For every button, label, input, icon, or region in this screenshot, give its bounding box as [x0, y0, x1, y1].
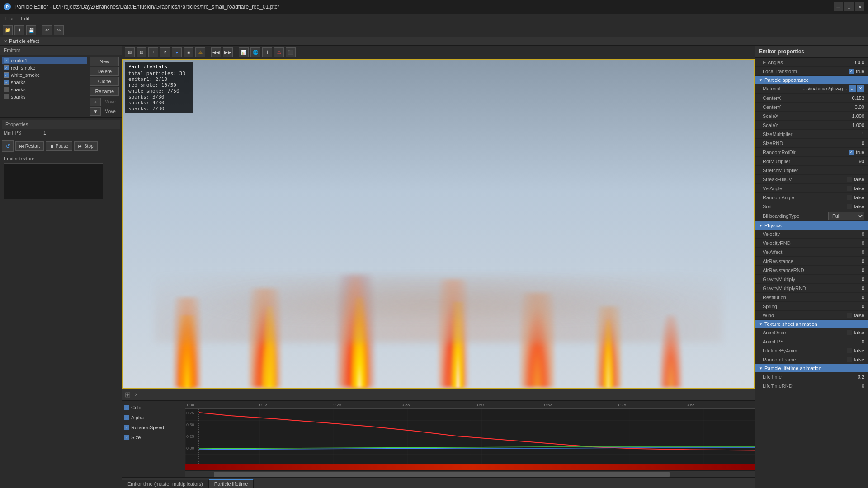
refresh-button[interactable]: ↺	[2, 140, 14, 152]
timeline-canvas[interactable]: 1.00 0.13 0.25 0.38 0.50 0.63 0.75 0.88	[185, 401, 755, 477]
timeline-scrollbar[interactable]	[185, 471, 755, 477]
delete-button[interactable]: Delete	[90, 67, 119, 76]
emitor-row-0[interactable]: ✓ emitor1	[2, 57, 87, 64]
grid-icon[interactable]: ⊞	[125, 390, 131, 399]
randomangle-checkbox[interactable]	[847, 195, 852, 200]
animonce-value: false	[854, 330, 864, 335]
physics-header[interactable]: ▼ Physics	[755, 221, 868, 230]
new-button[interactable]: New	[90, 57, 119, 66]
texture-sheet-header[interactable]: ▼ Texture sheet animation	[755, 320, 868, 328]
restitution-row: Restitution 0	[755, 293, 868, 302]
emitor-checkbox-5[interactable]	[4, 94, 9, 99]
restitution-value: 0	[837, 295, 864, 300]
emitor-row-2[interactable]: ✓ white_smoke	[2, 71, 87, 79]
viewport-btn-square[interactable]: ■	[184, 47, 193, 57]
scrollbar-thumb[interactable]	[214, 472, 670, 477]
randomrotdir-checkbox[interactable]: ✓	[849, 150, 854, 155]
move-down-button[interactable]: ▼	[90, 107, 101, 116]
emitor-row-4[interactable]: sparks	[2, 86, 87, 93]
physics-arrow: ▼	[759, 224, 763, 228]
sizernd-label: SizeRND	[763, 141, 837, 146]
timeline-scrollbar-red[interactable]	[185, 464, 755, 470]
viewport-btn-stop2[interactable]: ⬛	[286, 47, 296, 57]
lifetimebyanim-checkbox[interactable]	[847, 348, 852, 353]
billboardingtype-select[interactable]: Full	[828, 212, 864, 220]
velaffect-value: 0	[837, 249, 864, 255]
emitor-row-3[interactable]: ✓ sparks	[2, 79, 87, 86]
emitor-checkbox-0[interactable]: ✓	[4, 58, 9, 63]
track-alpha-checkbox[interactable]: ✓	[124, 415, 129, 420]
wind-checkbox[interactable]	[847, 313, 852, 318]
menu-edit[interactable]: Edit	[17, 15, 33, 22]
toolbar-btn-redo[interactable]: ↪	[54, 25, 64, 35]
particle-appearance-header[interactable]: ▼ Particle appearance	[755, 76, 868, 84]
toolbar-btn-folder[interactable]: 📁	[3, 25, 13, 35]
sort-checkbox[interactable]	[847, 204, 852, 209]
velangle-checkbox[interactable]	[847, 186, 852, 191]
rotmultiplier-value: 90	[837, 159, 864, 164]
localtransform-checkbox[interactable]: ✓	[849, 69, 854, 74]
viewport-btn-warning[interactable]: ⚠	[195, 47, 205, 57]
close-panel-icon[interactable]: ✕	[134, 392, 138, 397]
viewport-btn-chart[interactable]: 📊	[239, 47, 249, 57]
toolbar-btn-save[interactable]: 💾	[26, 25, 36, 35]
emitor-row-5[interactable]: sparks	[2, 93, 87, 100]
toolbar-btn-undo[interactable]: ↩	[42, 25, 52, 35]
stop-button[interactable]: ⏭ Stop	[74, 141, 97, 151]
viewport-btn-grid4[interactable]: ⊟	[137, 47, 146, 57]
velocityrnd-row: VelocityRND 0	[755, 239, 868, 248]
viewport-btn-grid2[interactable]: ⊞	[125, 47, 135, 57]
track-color-checkbox[interactable]: ✓	[124, 405, 129, 410]
track-color-label: Color	[131, 405, 143, 410]
viewport-btn-circle[interactable]: ●	[172, 47, 182, 57]
material-clear-button[interactable]: ✕	[857, 85, 864, 92]
randomframe-checkbox[interactable]	[847, 357, 852, 362]
minimize-button[interactable]: ─	[834, 2, 843, 11]
move-up-button[interactable]: ▲	[90, 98, 101, 106]
track-size: ✓ Size	[124, 432, 183, 442]
restart-button[interactable]: ⏮ Restart	[15, 141, 44, 151]
maximize-button[interactable]: □	[844, 2, 854, 11]
airresistancernd-value: 0	[837, 267, 864, 273]
viewport-btn-prev[interactable]: ◀◀	[211, 47, 221, 57]
lifetime-row: LifeTime 0.2	[755, 372, 868, 381]
viewport-btn-target[interactable]: ✛	[262, 47, 272, 57]
track-color: ✓ Color	[124, 403, 183, 413]
tab-emitor-time[interactable]: Emitor time (master multiplicators)	[122, 480, 209, 488]
properties-title: Properties	[2, 120, 120, 129]
material-label: Material	[763, 86, 803, 91]
toolbar-btn-new[interactable]: ✦	[14, 25, 24, 35]
material-browse-button[interactable]: …	[849, 85, 856, 92]
streakfulluv-checkbox[interactable]	[847, 177, 852, 182]
sizernd-value: 0	[837, 141, 864, 146]
rename-button[interactable]: Rename	[90, 87, 119, 96]
viewport: ParticleStats total particles: 33 emitor…	[122, 59, 755, 389]
emitor-row-1[interactable]: ✓ red_smoke	[2, 64, 87, 71]
track-rotation-checkbox[interactable]: ✓	[124, 425, 129, 430]
viewport-btn-alert[interactable]: ⚠	[274, 47, 284, 57]
viewport-btn-next[interactable]: ▶▶	[223, 47, 233, 57]
localtransform-label: LocalTransform	[763, 69, 837, 74]
viewport-btn-add[interactable]: +	[148, 47, 158, 57]
svg-rect-1	[185, 409, 755, 464]
tab-particle-lifetime[interactable]: Particle lifetime	[209, 479, 254, 488]
emitor-checkbox-3[interactable]: ✓	[4, 80, 9, 85]
scaley-row: ScaleY 1.000	[755, 121, 868, 130]
wind-checkbox-container: false	[837, 313, 864, 318]
close-button[interactable]: ✕	[855, 2, 864, 11]
emitor-name-5: sparks	[11, 94, 25, 99]
animonce-checkbox[interactable]	[847, 330, 852, 335]
lifetimebyanim-row: LifetimeByAnim false	[755, 346, 868, 355]
viewport-btn-refresh[interactable]: ↺	[160, 47, 170, 57]
emitor-checkbox-2[interactable]: ✓	[4, 72, 9, 78]
clone-button[interactable]: Clone	[90, 77, 119, 86]
pause-button[interactable]: ⏸ Pause	[46, 141, 72, 151]
menu-file[interactable]: File	[2, 15, 17, 22]
emitor-checkbox-4[interactable]	[4, 87, 9, 92]
emitor-checkbox-1[interactable]: ✓	[4, 65, 9, 70]
timeline-ruler: 1.00 0.13 0.25 0.38 0.50 0.63 0.75 0.88	[185, 401, 755, 409]
viewport-btn-globe[interactable]: 🌐	[250, 47, 260, 57]
track-size-checkbox[interactable]: ✓	[124, 435, 129, 440]
texture-preview	[4, 163, 103, 199]
particle-lifetime-animation-header[interactable]: ▼ Particle-lifetime animation	[755, 364, 868, 372]
